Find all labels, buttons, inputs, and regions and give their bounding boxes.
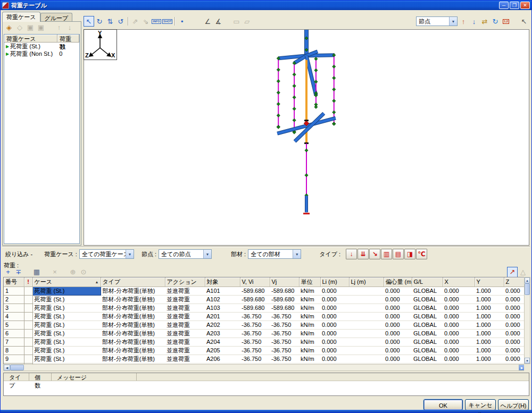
column-header-3[interactable]: タイプ — [101, 277, 165, 286]
cell-type[interactable]: 部材-分布荷重(単独) — [101, 338, 165, 346]
redraw-icon[interactable]: ↻ — [490, 16, 501, 27]
cell-ecc[interactable]: 0.000 — [384, 321, 412, 329]
cell-no[interactable]: 7 — [4, 338, 24, 346]
cell-y[interactable]: 1.000 — [475, 355, 504, 363]
cell-lj[interactable] — [349, 329, 384, 338]
export-view-icon[interactable]: ↓ — [469, 16, 479, 27]
cell-no[interactable]: 9 — [4, 355, 24, 363]
filter-member-combo[interactable]: 全ての部材 ▼ — [248, 249, 301, 259]
cell-action[interactable]: 並進荷重 — [165, 346, 205, 355]
cell-y[interactable]: 1.000 — [475, 295, 504, 304]
cell-action[interactable]: 並進荷重 — [165, 321, 205, 329]
cell-li[interactable]: 0.000 — [320, 312, 349, 321]
table-edit-icon[interactable]: ▦ — [31, 267, 42, 277]
cell-z[interactable]: 0.000 — [504, 295, 526, 304]
scroll-up-icon[interactable]: ▲ — [525, 277, 530, 283]
cell-y[interactable]: 1.000 — [475, 312, 504, 321]
cell-action[interactable]: 並進荷重 — [165, 286, 205, 295]
cell-ecc[interactable]: 0.000 — [384, 286, 412, 295]
cell-lj[interactable] — [349, 312, 384, 321]
scroll-down-icon[interactable]: ▼ — [525, 358, 530, 364]
cell-type[interactable]: 部材-分布荷重(単独) — [101, 321, 165, 329]
distributed-load-icon[interactable]: ⇊ — [358, 249, 369, 259]
msg-col-type[interactable]: タイプ — [4, 373, 29, 381]
cell-action[interactable]: 並進荷重 — [165, 355, 205, 363]
zoom-orbit-icon[interactable]: ↺ — [115, 16, 126, 27]
cell-lj[interactable] — [349, 346, 384, 355]
cell-no[interactable]: 2 — [4, 295, 24, 304]
cell-z[interactable]: 0.000 — [504, 355, 526, 363]
cell-v_vi[interactable]: -589.680 — [240, 295, 270, 304]
add-load-icon[interactable]: + — [3, 267, 13, 277]
cell-z[interactable]: 0.000 — [504, 304, 526, 312]
cancel-button[interactable]: キャンセル — [465, 399, 496, 410]
cell-lj[interactable] — [349, 295, 384, 304]
cell-vj[interactable]: -589.680 — [270, 295, 299, 304]
cell-y[interactable]: 1.000 — [475, 304, 504, 312]
cell-target[interactable]: A204 — [205, 338, 240, 346]
cell-x[interactable]: 0.000 — [443, 286, 475, 295]
tree-col-case[interactable]: 荷重ケース — [4, 35, 57, 42]
column-header-10[interactable]: Lj (m) — [349, 277, 384, 286]
cell-case[interactable]: 死荷重 (St.) — [32, 329, 101, 338]
table-horizontal-scrollbar[interactable]: ◀ ▶ — [3, 364, 526, 371]
cell-vj[interactable]: -36.750 — [270, 346, 299, 355]
msg-col-message[interactable]: メッセージ — [52, 373, 137, 381]
cell-target[interactable]: A201 — [205, 312, 240, 321]
cell-vj[interactable]: -36.750 — [270, 321, 299, 329]
beam-point-load-icon[interactable]: ↘ — [369, 249, 380, 259]
pressure-load-icon[interactable]: ◨ — [404, 249, 415, 259]
cell-type[interactable]: 部材-分布荷重(単独) — [101, 295, 165, 304]
cell-v_vi[interactable]: -36.750 — [240, 338, 270, 346]
cell-unit[interactable]: kN/m — [299, 355, 320, 363]
cell-no[interactable]: 1 — [4, 286, 24, 295]
column-header-2[interactable]: ケース▲ — [32, 277, 101, 286]
measure-arc-icon[interactable]: ∡ — [213, 16, 223, 27]
column-header-1[interactable]: ! — [24, 277, 32, 286]
cell-unit[interactable]: kN/m — [299, 338, 320, 346]
cell-case[interactable]: 死荷重 (St.) — [32, 295, 101, 304]
cell-action[interactable]: 並進荷重 — [165, 312, 205, 321]
column-header-13[interactable]: X — [443, 277, 475, 286]
entity-combo[interactable]: 節点 ▼ — [416, 16, 458, 26]
chevron-down-icon[interactable]: ▼ — [126, 250, 134, 258]
load-case-name[interactable]: 死荷重 (St.) — [10, 43, 59, 50]
pan-view-icon[interactable]: ⇅ — [105, 16, 115, 27]
cell-x[interactable]: 0.000 — [443, 355, 475, 363]
cell-v_vi[interactable]: -589.680 — [240, 304, 270, 312]
cell-li[interactable]: 0.000 — [320, 338, 349, 346]
cell-x[interactable]: 0.000 — [443, 304, 475, 312]
table-vertical-scrollbar[interactable]: ▲ ▼ — [524, 277, 530, 364]
cell-flag[interactable] — [24, 312, 32, 321]
column-header-14[interactable]: Y — [475, 277, 504, 286]
cell-gl[interactable]: GLOBAL — [412, 329, 443, 338]
cell-gl[interactable]: GLOBAL — [412, 312, 443, 321]
cell-no[interactable]: 5 — [4, 321, 24, 329]
cell-li[interactable]: 0.000 — [320, 346, 349, 355]
cell-gl[interactable]: GLOBAL — [412, 304, 443, 312]
cell-y[interactable]: 1.000 — [475, 338, 504, 346]
import-view-icon[interactable]: ↑ — [458, 16, 469, 27]
cell-lj[interactable] — [349, 355, 384, 363]
cell-x[interactable]: 0.000 — [443, 346, 475, 355]
cell-unit[interactable]: kN/m — [299, 321, 320, 329]
cell-y[interactable]: 1.000 — [475, 321, 504, 329]
column-header-5[interactable]: 対象 — [205, 277, 240, 286]
column-header-4[interactable]: アクション — [165, 277, 205, 286]
cell-vj[interactable]: -589.680 — [270, 304, 299, 312]
cell-target[interactable]: A102 — [205, 295, 240, 304]
cell-vj[interactable]: -36.750 — [270, 329, 299, 338]
horizontal-scroll-thumb[interactable] — [10, 365, 24, 370]
model-viewport[interactable]: Y Z X — [84, 29, 529, 246]
cell-flag[interactable] — [24, 329, 32, 338]
cell-lj[interactable] — [349, 286, 384, 295]
cell-action[interactable]: 並進荷重 — [165, 338, 205, 346]
restore-button[interactable]: ❐ — [510, 2, 519, 9]
cell-unit[interactable]: kN/m — [299, 346, 320, 355]
cell-unit[interactable]: kN/m — [299, 304, 320, 312]
chevron-down-icon[interactable]: ▼ — [449, 17, 457, 26]
cell-flag[interactable] — [24, 295, 32, 304]
tab-group[interactable]: グループ — [40, 13, 73, 21]
vertical-scroll-thumb[interactable] — [525, 283, 530, 295]
cell-action[interactable]: 並進荷重 — [165, 304, 205, 312]
